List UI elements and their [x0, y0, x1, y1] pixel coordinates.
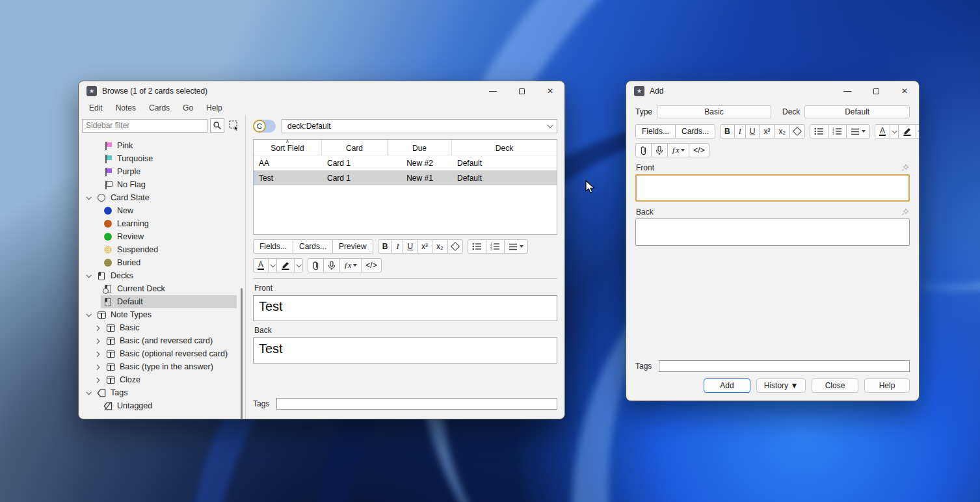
close-button[interactable]: ✕: [890, 81, 919, 101]
pin-icon[interactable]: [901, 208, 909, 216]
tags-input[interactable]: [276, 398, 557, 410]
add-titlebar[interactable]: ★ Add — ✕: [626, 81, 919, 101]
back-field[interactable]: [635, 218, 910, 246]
subscript-button[interactable]: x₂: [774, 124, 790, 139]
italic-button[interactable]: I: [734, 124, 746, 139]
add-button[interactable]: Add: [704, 378, 750, 393]
chevron-right-icon[interactable]: [93, 378, 101, 382]
back-field[interactable]: Test: [253, 337, 557, 363]
preview-button[interactable]: Preview: [332, 239, 373, 254]
sidebar-item-purple[interactable]: Purple: [79, 165, 245, 178]
close-button[interactable]: ✕: [536, 81, 564, 101]
chevron-down-icon[interactable]: [547, 122, 553, 128]
column-header-deck[interactable]: Deck: [452, 140, 557, 155]
fields-button[interactable]: Fields...: [635, 124, 676, 139]
sidebar-item-cloze[interactable]: Cloze: [79, 373, 245, 386]
sidebar-item-buried[interactable]: Buried: [79, 256, 245, 269]
minimize-button[interactable]: —: [479, 81, 507, 101]
chevron-down-icon[interactable]: [84, 274, 92, 278]
menu-notes[interactable]: Notes: [109, 101, 142, 115]
column-header-sort-field[interactable]: ∧ Sort Field: [254, 140, 322, 155]
chevron-right-icon[interactable]: [93, 326, 101, 330]
deck-button[interactable]: Default: [804, 105, 910, 118]
sidebar-item-suspended[interactable]: Suspended: [79, 243, 245, 256]
equations-button[interactable]: ƒx: [339, 258, 362, 272]
text-color-button[interactable]: A: [875, 124, 890, 139]
table-row-selected[interactable]: Test Card 1 New #1 Default: [254, 170, 557, 185]
chevron-right-icon[interactable]: [93, 365, 101, 369]
text-color-button[interactable]: A: [253, 258, 269, 272]
fields-button[interactable]: Fields...: [253, 239, 293, 254]
maximize-button[interactable]: [507, 81, 536, 101]
bold-button[interactable]: B: [378, 239, 393, 254]
search-query-combobox[interactable]: deck:Default: [282, 119, 557, 133]
menu-go[interactable]: Go: [176, 101, 200, 115]
sidebar-search-button[interactable]: [210, 118, 224, 133]
sidebar-item-tags[interactable]: Tags: [79, 386, 245, 399]
sidebar-filter-input[interactable]: [82, 119, 207, 133]
sidebar-item-no-flag[interactable]: No Flag: [79, 178, 245, 191]
chevron-right-icon[interactable]: [93, 339, 101, 343]
text-color-dropdown[interactable]: [890, 124, 899, 139]
remove-formatting-button[interactable]: [789, 124, 805, 139]
attach-button[interactable]: [308, 258, 324, 272]
html-editor-button[interactable]: </>: [689, 143, 709, 157]
sidebar-item-note-types[interactable]: Note Types: [79, 308, 245, 321]
close-button[interactable]: Close: [812, 378, 858, 393]
highlight-color-button[interactable]: [898, 124, 916, 139]
help-button[interactable]: Help: [864, 378, 910, 393]
chevron-down-icon[interactable]: [84, 313, 92, 317]
sidebar-item-current-deck[interactable]: Current Deck: [79, 282, 245, 295]
pin-icon[interactable]: [901, 164, 909, 172]
numbered-list-button[interactable]: 123: [828, 124, 847, 139]
record-audio-button[interactable]: [651, 143, 668, 157]
alignment-button[interactable]: [504, 239, 528, 254]
html-editor-button[interactable]: </>: [361, 258, 381, 272]
sidebar-item-learning[interactable]: Learning: [79, 217, 245, 230]
cards-button[interactable]: Cards...: [675, 124, 715, 139]
highlight-color-dropdown[interactable]: [916, 124, 920, 139]
superscript-button[interactable]: x²: [759, 124, 775, 139]
cards-button[interactable]: Cards...: [293, 239, 333, 254]
menu-help[interactable]: Help: [200, 101, 229, 115]
attach-button[interactable]: [635, 143, 652, 157]
superscript-button[interactable]: x²: [417, 239, 432, 254]
sidebar-item-basic-optional-reversed[interactable]: Basic (optional reversed card): [79, 347, 245, 360]
highlight-color-button[interactable]: [276, 258, 295, 272]
sidebar-select-mode-button[interactable]: [227, 118, 241, 133]
italic-button[interactable]: I: [391, 239, 403, 254]
column-header-card[interactable]: Card: [322, 140, 388, 155]
highlight-color-dropdown[interactable]: [294, 258, 303, 272]
maximize-button[interactable]: [862, 81, 890, 101]
underline-button[interactable]: U: [745, 124, 760, 139]
sidebar-item-turquoise[interactable]: Turquoise: [79, 152, 245, 165]
bullet-list-button[interactable]: [468, 239, 486, 254]
menu-edit[interactable]: Edit: [83, 101, 109, 115]
front-field[interactable]: [635, 174, 910, 202]
chevron-down-icon[interactable]: [84, 391, 92, 395]
alignment-button[interactable]: [846, 124, 870, 139]
sidebar-item-untagged[interactable]: Untagged: [79, 399, 245, 412]
chevron-down-icon[interactable]: [84, 196, 92, 200]
note-type-button[interactable]: Basic: [657, 105, 771, 118]
bold-button[interactable]: B: [720, 124, 735, 139]
record-audio-button[interactable]: [323, 258, 340, 272]
minimize-button[interactable]: —: [833, 81, 862, 101]
tags-input[interactable]: [659, 360, 910, 372]
sidebar-item-basic[interactable]: Basic: [79, 321, 245, 334]
browse-titlebar[interactable]: ★ Browse (1 of 2 cards selected) — ✕: [79, 81, 564, 101]
equations-button[interactable]: ƒx: [667, 143, 689, 157]
sidebar-item-review[interactable]: Review: [79, 230, 245, 243]
text-color-dropdown[interactable]: [268, 258, 277, 272]
front-field[interactable]: Test: [253, 295, 557, 321]
history-button[interactable]: History ▼: [756, 378, 806, 393]
table-row[interactable]: AA Card 1 New #2 Default: [254, 155, 557, 170]
toggle-knob[interactable]: C: [253, 120, 266, 133]
sidebar-item-new[interactable]: New: [79, 204, 245, 217]
underline-button[interactable]: U: [403, 239, 417, 254]
menu-cards[interactable]: Cards: [142, 101, 176, 115]
bullet-list-button[interactable]: [810, 124, 828, 139]
sidebar-scrollbar[interactable]: [241, 288, 243, 419]
sidebar-item-card-state[interactable]: Card State: [79, 191, 245, 204]
numbered-list-button[interactable]: 123: [486, 239, 505, 254]
